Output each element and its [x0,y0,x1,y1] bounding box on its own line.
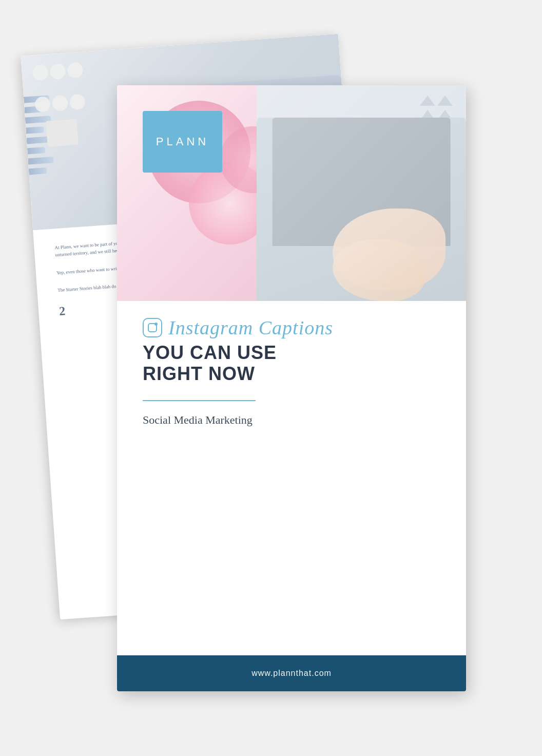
petal [34,96,51,112]
footer-url: www.plannthat.com [251,669,332,678]
petal [69,93,86,110]
instagram-cursive-title: Instagram Captions [168,316,333,339]
plann-logo-text: PLANN [156,135,209,148]
category-label: Social Media Marketing [143,413,440,427]
front-content-area: Instagram Captions YOU CAN USE RIGHT NOW… [117,301,466,447]
petal [50,63,66,80]
plann-logo-box: PLANN [143,111,222,173]
flower-petals [27,62,92,127]
divider-line [143,400,256,401]
hands-area [257,193,466,301]
back-flowers [27,62,94,148]
subtitle-line-1: YOU CAN USE [143,342,440,363]
chevron-piece [420,96,435,106]
instagram-icon-dot [154,323,158,326]
stripe [29,167,47,175]
scene: At Plann, we want to be part of your tea… [40,44,502,712]
instagram-icon [143,318,162,337]
front-laptop-area [257,85,466,301]
instagram-title-line: Instagram Captions [143,316,440,339]
chevron-row [420,96,461,106]
front-document: PLANN Instagram Captions YOU CAN USE RIG… [117,85,466,691]
chevron-piece [437,96,453,106]
hand-shape-2 [333,239,425,301]
petal [32,64,49,81]
front-doc-image: PLANN [117,85,466,301]
petal [52,95,68,111]
stripe [27,147,46,154]
main-subtitle: YOU CAN USE RIGHT NOW [143,342,440,385]
flower-pot [46,119,78,147]
front-footer: www.plannthat.com [117,655,466,691]
subtitle-line-2: RIGHT NOW [143,363,440,384]
petal [67,62,84,79]
stripe [28,157,54,164]
